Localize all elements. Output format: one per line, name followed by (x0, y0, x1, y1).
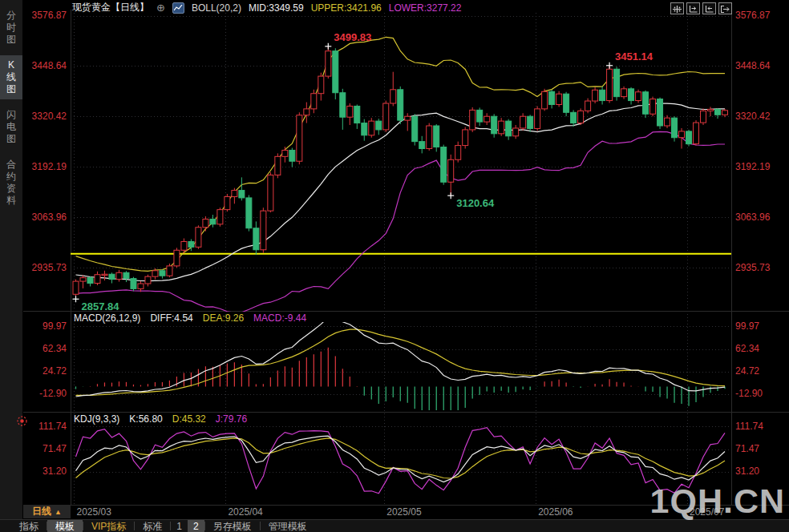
axis-tick-labels: 3576.873576.873448.643448.643320.423320.… (32, 10, 771, 477)
x-axis-month-label: 2025/06 (538, 506, 573, 518)
detach-window-button[interactable] (718, 2, 732, 14)
circle-plus-icon[interactable]: ⊕ (156, 2, 165, 13)
svg-text:31.20: 31.20 (735, 466, 759, 477)
boll-upper-value: UPPER:3421.96 (311, 2, 382, 14)
x-axis-month-labels: 2025/032025/042025/052025/062025/07 (77, 506, 725, 518)
macd-name: MACD(26,12,9) (74, 312, 140, 324)
svg-text:3192.19: 3192.19 (735, 161, 771, 172)
toolbar-page-1[interactable]: 1 (171, 520, 188, 532)
toolbar-templates[interactable]: 模板 (47, 520, 83, 532)
svg-text:71.47: 71.47 (735, 443, 759, 454)
crosshair-icon (673, 2, 682, 16)
tab-timeshare-chart[interactable]: 分时图 (0, 6, 22, 50)
symbol-title: 现货黄金【日线】 (72, 1, 149, 14)
svg-text:24.72: 24.72 (735, 365, 759, 377)
x-axis-month-label: 2025/07 (690, 506, 725, 518)
macd-panel-label: MACD(26,12,9) DIFF:4.54 DEA:9.26 MACD:-9… (74, 312, 306, 324)
svg-text:3448.64: 3448.64 (735, 60, 771, 71)
axis-right-icon (705, 2, 714, 16)
toolbar-standard[interactable]: 标准 (135, 520, 170, 532)
svg-text:2935.73: 2935.73 (735, 262, 771, 273)
x-axis-month-label: 2025/04 (228, 506, 263, 518)
chart-canvas[interactable]: 3499.833451.143120.642857.843576.873576.… (0, 0, 789, 532)
boll-mid-value: MID:3349.59 (249, 2, 304, 14)
svg-text:99.97: 99.97 (42, 320, 67, 332)
boll-lower-line (76, 131, 726, 312)
period-label: 日线 (32, 505, 51, 518)
svg-text:62.34: 62.34 (42, 343, 67, 354)
chart-header: 现货黄金【日线】 ⊕ BOLL(20,2) MID:3349.59 UPPER:… (72, 1, 461, 14)
svg-text:3192.19: 3192.19 (32, 161, 67, 172)
svg-text:3063.96: 3063.96 (735, 212, 771, 223)
kdj-j-value: J:79.76 (216, 413, 247, 425)
chart-tool-buttons (670, 2, 732, 14)
axis-scale-left-button[interactable] (686, 2, 700, 14)
kdj-j-line (76, 428, 726, 494)
annotation-3499.83: 3499.83 (334, 31, 371, 43)
panel-borders (22, 10, 789, 506)
period-selector[interactable]: 日线 ▲ (23, 505, 71, 518)
svg-text:99.97: 99.97 (735, 320, 759, 332)
mini-chart-icon (172, 2, 184, 14)
svg-text:111.74: 111.74 (735, 421, 763, 432)
svg-text:31.20: 31.20 (42, 466, 67, 477)
crosshair-button[interactable] (670, 2, 684, 14)
period-dropdown-arrow: ▲ (55, 508, 62, 516)
sidebar-chart-modes: 分时图K线图闪电图合约资料 (0, 0, 23, 519)
axis-left-icon (689, 2, 698, 16)
svg-text:-12.90: -12.90 (735, 388, 763, 399)
svg-text:24.72: 24.72 (42, 365, 67, 377)
tab-lightning-chart[interactable]: 闪电图 (0, 105, 22, 149)
annotation-2857.84: 2857.84 (82, 300, 120, 312)
annotation-3120.64: 3120.64 (456, 197, 495, 209)
x-axis-month-label: 2025/03 (77, 506, 112, 518)
detach-icon (721, 2, 730, 16)
kdj-d-value: D:45.32 (172, 413, 206, 425)
tab-kline-chart[interactable]: K线图 (0, 55, 22, 99)
macd-macd-value: MACD:-9.44 (253, 312, 306, 324)
macd-diff-line (76, 317, 726, 397)
grid-lines (71, 13, 731, 505)
alarm-dot-icon[interactable] (16, 415, 28, 430)
boll-lower-value: LOWER:3277.22 (389, 2, 462, 14)
trading-terminal: 3499.833451.143120.642857.843576.873576.… (0, 0, 789, 532)
svg-text:3320.42: 3320.42 (32, 111, 67, 122)
toolbar-indicators[interactable]: 指标 (11, 520, 47, 532)
macd-diff-value: DIFF:4.54 (150, 312, 192, 324)
kdj-k-value: K:56.80 (129, 413, 162, 425)
svg-text:71.47: 71.47 (42, 443, 67, 454)
svg-text:111.74: 111.74 (38, 421, 67, 432)
toolbar-page-2[interactable]: 2 (188, 520, 204, 532)
kdj-d-line (76, 438, 726, 478)
svg-text:3448.64: 3448.64 (32, 60, 67, 71)
axis-scale-right-button[interactable] (702, 2, 716, 14)
kdj-k-line (76, 436, 726, 482)
toolbar-vip-indicators[interactable]: VIP指标 (83, 520, 134, 532)
svg-text:3576.87: 3576.87 (32, 10, 67, 21)
svg-text:2935.73: 2935.73 (32, 262, 67, 273)
tab-contract-info[interactable]: 合约资料 (0, 155, 22, 211)
svg-text:3320.42: 3320.42 (735, 111, 771, 122)
boll-upper-line (76, 37, 726, 271)
candlestick-series (73, 46, 728, 299)
toolbar-save-as-template[interactable]: 另存模板 (205, 520, 260, 532)
svg-text:62.34: 62.34 (735, 343, 759, 354)
boll-label: BOLL(20,2) (192, 2, 241, 14)
macd-dea-value: DEA:9.26 (203, 312, 244, 324)
toolbar-manage-template[interactable]: 管理模板 (261, 520, 315, 532)
bottom-toolbar: 指标模板VIP指标标准12另存模板管理模板 (0, 519, 789, 532)
svg-text:3576.87: 3576.87 (735, 10, 771, 21)
kdj-panel-label: KDJ(9,3,3) K:56.80 D:45.32 J:79.76 (74, 413, 247, 425)
kdj-name: KDJ(9,3,3) (74, 413, 119, 425)
svg-text:3063.96: 3063.96 (32, 212, 67, 223)
svg-text:-12.90: -12.90 (39, 388, 67, 399)
x-axis-month-label: 2025/05 (386, 506, 422, 518)
annotation-3451.14: 3451.14 (615, 50, 653, 62)
macd-histogram (76, 348, 726, 421)
